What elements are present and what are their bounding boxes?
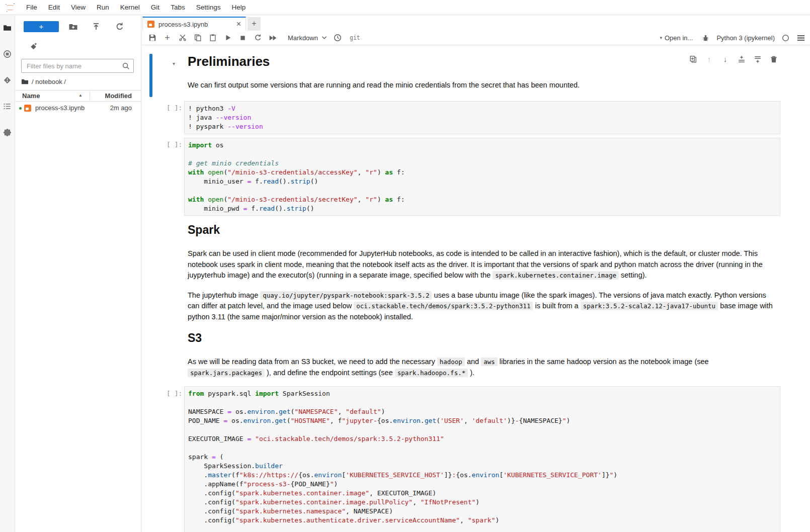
main-area: process-s3.ipynb × + + Markdown (142, 16, 810, 532)
interrupt-kernel-button[interactable] (238, 34, 247, 42)
left-sidebar-rail (0, 16, 15, 532)
search-icon (122, 62, 130, 70)
sidebar-tab-table-of-contents[interactable] (0, 95, 15, 117)
markdown-cell-preliminaries[interactable]: Preliminaries We can first output some v… (188, 53, 774, 91)
kernel-name-button[interactable]: Python 3 (ipykernel) (716, 34, 775, 42)
cut-cells-button[interactable] (178, 34, 187, 42)
paste-cells-button[interactable] (208, 34, 217, 42)
menu-tabs[interactable]: Tabs (165, 0, 191, 15)
paragraph: Spark can be used in client mode (recomm… (188, 248, 774, 281)
menu-kernel[interactable]: Kernel (115, 0, 145, 15)
upload-files-button[interactable] (92, 22, 101, 31)
column-name[interactable]: Name (22, 92, 40, 100)
menu-edit[interactable]: Edit (43, 0, 65, 15)
tab-title: process-s3.ipynb (158, 21, 232, 28)
open-in-dropdown[interactable]: ▾ Open in... (660, 34, 693, 42)
copy-cells-button[interactable] (193, 34, 202, 42)
cell-type-value: Markdown (288, 34, 318, 42)
restart-and-run-all-button[interactable] (269, 34, 277, 42)
heading-s3: S3 (188, 330, 774, 345)
notebook-content: ▾ Preliminaries We can first output some… (142, 45, 810, 532)
file-filter (21, 59, 134, 73)
file-browser-panel: + / notebook / Name ▲ Modified process-s… (15, 16, 141, 532)
file-list-header: Name ▲ Modified (15, 90, 141, 102)
git-icon (3, 76, 12, 84)
running-status-dot (19, 107, 22, 110)
paragraph: As we will be reading data from an S3 bu… (188, 357, 774, 378)
file-filter-input[interactable] (21, 59, 134, 73)
sidebar-tab-file-browser[interactable] (0, 17, 15, 39)
save-button[interactable] (148, 34, 156, 42)
insert-cell-below-icon[interactable] (753, 55, 762, 63)
running-kernels-icon (3, 50, 12, 58)
git-toolbar-label: git (350, 34, 360, 41)
git-clone-button[interactable] (29, 42, 38, 51)
insert-cell-above-icon[interactable] (737, 55, 746, 63)
code-cell-spark-session[interactable]: from pyspark.sql import SparkSession NAM… (184, 386, 780, 532)
cell-prompt: [ ]: (167, 104, 183, 112)
move-cell-down-icon[interactable]: ↓ (721, 55, 730, 63)
cell-prompt: [ ]: (167, 390, 183, 397)
column-divider (90, 92, 90, 100)
notebook-toolbar: + Markdown git ▾ (142, 31, 810, 45)
hamburger-menu-icon[interactable] (796, 34, 805, 42)
cell-prompt: [ ]: (167, 141, 183, 148)
insert-cell-button[interactable]: + (163, 34, 172, 42)
new-tab-button[interactable]: + (248, 17, 261, 31)
file-modified: 2m ago (110, 104, 132, 112)
menu-help[interactable]: Help (226, 0, 251, 15)
code-cell-minio-credentials[interactable]: import os # get minio credentialswith op… (184, 138, 780, 216)
menu-view[interactable]: View (65, 0, 91, 15)
heading-spark: Spark (188, 222, 774, 237)
new-folder-button[interactable] (68, 22, 77, 31)
folder-icon (3, 24, 12, 32)
menu-git[interactable]: Git (145, 0, 165, 15)
sort-ascending-icon[interactable]: ▲ (78, 93, 83, 98)
markdown-cell-spark[interactable]: Spark Spark can be used in client mode (… (188, 222, 774, 322)
notebook-file-icon (24, 105, 31, 112)
sidebar-tab-git[interactable] (0, 69, 15, 91)
move-cell-up-icon[interactable]: ↑ (705, 55, 713, 63)
jupyter-logo-icon (5, 2, 16, 13)
debugger-bug-icon[interactable] (701, 34, 710, 42)
sidebar-tab-extensions[interactable] (0, 121, 15, 143)
caret-down-icon: ▾ (660, 35, 662, 40)
duplicate-cell-icon[interactable] (689, 55, 697, 63)
run-cell-button[interactable] (223, 34, 232, 42)
code-cell-versions[interactable]: ! python3 -V! java --version! pyspark --… (184, 101, 780, 134)
paragraph: We can first output some versions that a… (188, 80, 774, 91)
column-modified[interactable]: Modified (105, 92, 132, 100)
file-row[interactable]: process-s3.ipynb 2m ago (15, 102, 141, 114)
refresh-file-list-button[interactable] (115, 22, 124, 31)
menu-run[interactable]: Run (91, 0, 115, 15)
selected-cell-indicator[interactable] (149, 54, 152, 97)
sidebar-tab-running-kernels[interactable] (0, 43, 15, 65)
cell-toolbar: ↑ ↓ (689, 55, 778, 63)
open-in-label: Open in... (665, 34, 693, 42)
restart-kernel-button[interactable] (254, 34, 262, 42)
paragraph: The jupyterhub image quay.io/jupyter/pys… (188, 290, 774, 323)
markdown-cell-s3[interactable]: S3 As we will be reading data from an S3… (188, 330, 774, 378)
breadcrumb-path[interactable]: / notebook / (32, 78, 66, 85)
heading-preliminaries: Preliminaries (188, 53, 774, 69)
menu-file[interactable]: File (21, 0, 43, 15)
heading-collapser-icon[interactable]: ▾ (173, 61, 175, 66)
chevron-down-icon (321, 36, 327, 40)
kernel-status-icon[interactable] (781, 34, 790, 42)
new-launcher-button[interactable]: + (24, 21, 59, 32)
execution-history-icon[interactable] (334, 34, 342, 42)
table-of-contents-icon (3, 102, 12, 111)
breadcrumb[interactable]: / notebook / (21, 77, 66, 86)
notebook-tab[interactable]: process-s3.ipynb × (142, 17, 246, 31)
delete-cell-icon[interactable] (769, 55, 778, 63)
close-tab-icon[interactable]: × (236, 21, 241, 28)
cell-type-dropdown[interactable]: Markdown (288, 34, 327, 42)
puzzle-icon (3, 128, 12, 137)
home-folder-icon[interactable] (21, 78, 29, 85)
menu-settings[interactable]: Settings (191, 0, 226, 15)
menu-bar: File Edit View Run Kernel Git Tabs Setti… (0, 0, 810, 15)
file-name: process-s3.ipynb (35, 104, 85, 112)
notebook-tab-icon (147, 21, 154, 28)
